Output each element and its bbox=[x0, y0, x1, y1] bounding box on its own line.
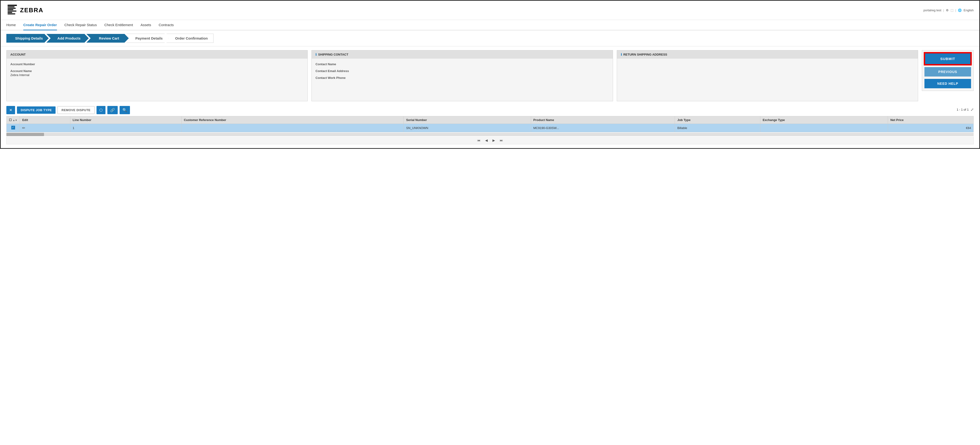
account-number-field: Account Number bbox=[10, 62, 304, 66]
nav-contracts[interactable]: Contracts bbox=[159, 20, 174, 30]
stepper: Shipping Details Add Products Review Car… bbox=[1, 30, 979, 46]
account-panel-header: ACCOUNT bbox=[6, 50, 307, 59]
col-line-number: Line Number bbox=[70, 116, 181, 124]
shipping-contact-body: Contact Name Contact Email Address Conta… bbox=[312, 59, 612, 101]
step-payment-details[interactable]: Payment Details bbox=[126, 34, 169, 43]
scroll-thumb[interactable] bbox=[6, 133, 44, 136]
svg-rect-6 bbox=[8, 13, 15, 14]
search-button[interactable]: 🔍 bbox=[119, 106, 130, 114]
nav-create-repair-order[interactable]: Create Repair Order bbox=[23, 20, 57, 30]
col-exchange-type: Exchange Type bbox=[760, 116, 888, 124]
separator2: | bbox=[955, 8, 956, 12]
return-address-title: RETURN SHIPPING ADDRESS bbox=[624, 53, 667, 56]
step-review-cart[interactable]: Review Cart bbox=[86, 34, 129, 43]
account-name-field: Account Name Zebra Internal bbox=[10, 69, 304, 77]
contact-email-field: Contact Email Address bbox=[315, 69, 609, 73]
step-order-confirmation-label: Order Confirmation bbox=[175, 36, 208, 40]
panels-left: ACCOUNT Account Number Account Name Zebr… bbox=[6, 50, 918, 101]
return-address-body bbox=[617, 59, 918, 101]
user-info: portalreg test bbox=[923, 8, 942, 12]
pagination-row: 1 - 1 of 1 ⤢ bbox=[957, 107, 974, 112]
row-checkbox-cell[interactable] bbox=[6, 124, 20, 132]
nav-check-entitlement[interactable]: Check Entitlement bbox=[104, 20, 133, 30]
step-shipping-details[interactable]: Shipping Details bbox=[6, 34, 49, 43]
contact-name-field: Contact Name bbox=[315, 62, 609, 66]
row-customer-reference bbox=[181, 124, 404, 132]
globe-icon: 🌐 bbox=[958, 8, 962, 12]
row-line-number: 1 bbox=[70, 124, 181, 132]
step-add-products[interactable]: Add Products bbox=[46, 34, 89, 43]
col-serial-number: Serial Number bbox=[404, 116, 531, 124]
main-content: ACCOUNT Account Number Account Name Zebr… bbox=[1, 46, 979, 148]
return-address-header: ℹ RETURN SHIPPING ADDRESS bbox=[617, 50, 918, 59]
col-customer-reference: Customer Reference Number bbox=[181, 116, 404, 124]
nav-assets[interactable]: Assets bbox=[140, 20, 151, 30]
account-name-value: Zebra Internal bbox=[10, 73, 304, 77]
account-title: ACCOUNT bbox=[10, 53, 25, 56]
settings-icon[interactable]: ⚙ bbox=[946, 8, 949, 12]
separator1: | bbox=[943, 8, 944, 12]
horizontal-scrollbar[interactable] bbox=[6, 133, 974, 136]
zebra-logo-icon bbox=[6, 3, 18, 17]
header: ZEBRA portalreg test | ⚙ ⬚ | 🌐 English bbox=[1, 1, 979, 20]
col-product-name: Product Name bbox=[531, 116, 675, 124]
nav-check-repair-status[interactable]: Check Repair Status bbox=[65, 20, 97, 30]
step-payment-details-label: Payment Details bbox=[135, 36, 163, 40]
col-edit: Edit bbox=[20, 116, 70, 124]
return-address-panel: ℹ RETURN SHIPPING ADDRESS bbox=[617, 50, 918, 101]
prev-page-button[interactable]: ◀ bbox=[484, 138, 489, 143]
table-section: ✕ DISPUTE JOB TYPE REMOVE DISPUTE ⬡ 🔗 🔍 … bbox=[6, 106, 974, 144]
expand-icon[interactable]: ⤢ bbox=[970, 107, 974, 112]
col-job-type: Job Type bbox=[675, 116, 760, 124]
dispute-job-type-button[interactable]: DISPUTE JOB TYPE bbox=[17, 106, 56, 114]
row-serial-number: SN_UNKNOWN bbox=[404, 124, 531, 132]
main-nav: Home Create Repair Order Check Repair St… bbox=[1, 20, 979, 30]
shipping-contact-panel: ℹ SHIPPING CONTACT Contact Name Contact … bbox=[312, 50, 613, 101]
svg-rect-1 bbox=[8, 6, 14, 7]
pagination-text: 1 - 1 of 1 bbox=[957, 108, 969, 111]
row-job-type: Billable bbox=[675, 124, 760, 132]
row-net-price: €84 bbox=[888, 124, 974, 132]
logo-area: ZEBRA bbox=[6, 3, 43, 17]
previous-button[interactable]: PREVIOUS bbox=[924, 67, 971, 76]
edit-icon[interactable]: ✏ bbox=[22, 126, 25, 130]
svg-rect-2 bbox=[8, 8, 16, 9]
table-toolbar: ✕ DISPUTE JOB TYPE REMOVE DISPUTE ⬡ 🔗 🔍 … bbox=[6, 106, 974, 114]
shipping-contact-header: ℹ SHIPPING CONTACT bbox=[312, 50, 612, 59]
col-checkbox: ☐ ▲▼ bbox=[6, 116, 20, 124]
step-order-confirmation[interactable]: Order Confirmation bbox=[166, 34, 213, 43]
account-panel-body: Account Number Account Name Zebra Intern… bbox=[6, 59, 307, 101]
close-button[interactable]: ✕ bbox=[6, 106, 15, 114]
next-page-button[interactable]: ▶ bbox=[491, 138, 496, 143]
nav-home[interactable]: Home bbox=[6, 20, 16, 30]
action-panel: SUBMIT PREVIOUS NEED HELP bbox=[922, 50, 974, 91]
table-row: ✏ 1 SN_UNKNOWN MC9190-G30SW... Billable … bbox=[6, 124, 974, 132]
first-page-button[interactable]: ⏮ bbox=[476, 138, 482, 143]
col-net-price: Net Price bbox=[888, 116, 974, 124]
last-page-button[interactable]: ⏭ bbox=[498, 138, 504, 143]
export-button[interactable]: ⬡ bbox=[97, 106, 105, 114]
row-product-name: MC9190-G30SW... bbox=[531, 124, 675, 132]
submit-button[interactable]: SUBMIT bbox=[924, 53, 971, 65]
panels-container: ACCOUNT Account Number Account Name Zebr… bbox=[6, 50, 974, 101]
select-all-checkbox[interactable]: ☐ bbox=[9, 118, 12, 122]
step-review-cart-label: Review Cart bbox=[99, 36, 119, 40]
sort-icons[interactable]: ▲▼ bbox=[13, 119, 18, 121]
row-edit-cell[interactable]: ✏ bbox=[20, 124, 70, 132]
need-help-button[interactable]: NEED HELP bbox=[924, 79, 971, 88]
svg-rect-5 bbox=[8, 12, 12, 13]
info-icon-shipping: ℹ bbox=[315, 53, 317, 56]
row-checkbox[interactable] bbox=[11, 126, 15, 129]
svg-rect-4 bbox=[8, 11, 16, 11]
info-icon-return: ℹ bbox=[621, 53, 622, 56]
svg-rect-0 bbox=[8, 5, 17, 6]
data-table: ☐ ▲▼ Edit Line Number Customer Reference… bbox=[6, 116, 974, 132]
shipping-contact-title: SHIPPING CONTACT bbox=[318, 53, 348, 56]
attach-button[interactable]: 🔗 bbox=[107, 106, 118, 114]
svg-rect-3 bbox=[8, 9, 13, 10]
logout-icon[interactable]: ⬚ bbox=[951, 8, 953, 12]
step-add-products-label: Add Products bbox=[57, 36, 81, 40]
header-right: portalreg test | ⚙ ⬚ | 🌐 English bbox=[923, 8, 974, 12]
remove-dispute-button[interactable]: REMOVE DISPUTE bbox=[57, 106, 94, 114]
language-label[interactable]: English bbox=[964, 8, 974, 12]
